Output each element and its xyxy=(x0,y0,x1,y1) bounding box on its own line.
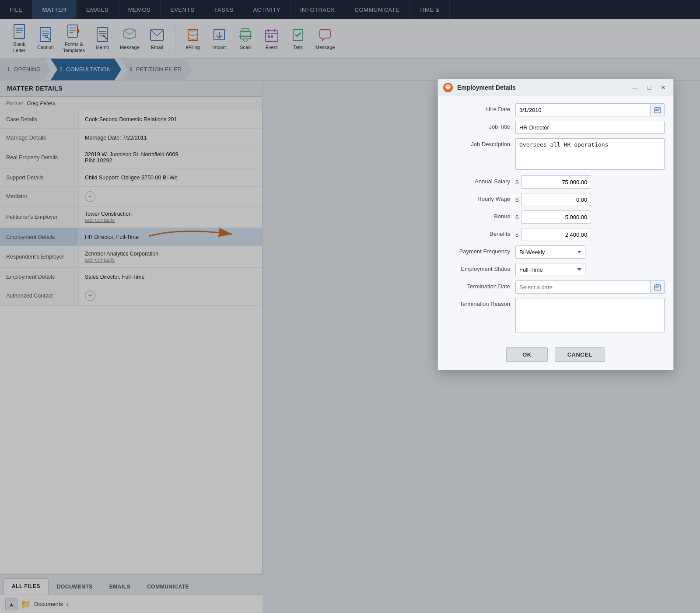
employment-status-select[interactable]: Full-Time Part-Time Contract Terminated xyxy=(515,263,585,276)
hourly-wage-label: Hourly Wage xyxy=(447,193,510,202)
modal-title: Employment Details xyxy=(457,84,626,91)
termination-date-calendar-btn[interactable] xyxy=(650,280,664,294)
termination-date-input[interactable] xyxy=(516,284,650,291)
annual-salary-symbol: $ xyxy=(515,179,518,186)
payment-frequency-label: Payment Frequency xyxy=(447,245,510,255)
hourly-wage-symbol: $ xyxy=(515,196,518,203)
job-desc-label: Job Description xyxy=(447,138,510,147)
hire-date-input[interactable] xyxy=(516,107,650,113)
job-title-label: Job Title xyxy=(447,121,510,130)
modal-overlay: Employment Details — □ ✕ Hire Date xyxy=(0,0,700,613)
benefits-control: $ xyxy=(515,228,665,241)
cancel-button[interactable]: CANCEL xyxy=(555,347,605,362)
modal-close-btn[interactable]: ✕ xyxy=(658,83,668,92)
job-desc-row: Job Description Oversees all HR operatio… xyxy=(447,138,665,171)
hourly-wage-control: $ xyxy=(515,193,665,206)
termination-reason-textarea[interactable] xyxy=(515,298,665,333)
job-title-input[interactable] xyxy=(515,121,665,134)
bonus-input[interactable] xyxy=(521,210,591,224)
modal-body: Hire Date xyxy=(438,96,673,341)
payment-frequency-control: Weekly Bi-Weekly Monthly Semi-Monthly xyxy=(515,245,665,259)
svg-rect-48 xyxy=(655,287,657,288)
benefits-input[interactable] xyxy=(521,228,591,241)
modal-maximize-btn[interactable]: □ xyxy=(644,83,654,92)
svg-rect-42 xyxy=(655,110,657,111)
termination-reason-row: Termination Reason xyxy=(447,298,665,334)
hire-date-input-wrapper xyxy=(515,103,665,116)
annual-salary-label: Annual Salary xyxy=(447,175,510,185)
termination-date-row: Termination Date xyxy=(447,280,665,294)
bonus-label: Bonus xyxy=(447,210,510,220)
job-title-row: Job Title xyxy=(447,121,665,134)
termination-reason-label: Termination Reason xyxy=(447,298,510,307)
modal-titlebar: Employment Details — □ ✕ xyxy=(438,79,673,96)
termination-date-control xyxy=(515,280,665,294)
ok-button[interactable]: OK xyxy=(506,347,548,362)
annual-salary-control: $ xyxy=(515,175,665,189)
job-title-control xyxy=(515,121,665,134)
modal-logo xyxy=(443,83,453,92)
benefits-symbol: $ xyxy=(515,231,518,238)
bonus-row: Bonus $ xyxy=(447,210,665,224)
annual-salary-input[interactable] xyxy=(521,175,591,189)
bonus-control: $ xyxy=(515,210,665,224)
benefits-row: Benefits $ xyxy=(447,228,665,241)
hire-date-label: Hire Date xyxy=(447,103,510,112)
svg-rect-43 xyxy=(657,110,658,111)
job-desc-textarea[interactable]: Oversees all HR operations xyxy=(515,138,665,170)
employment-details-modal: Employment Details — □ ✕ Hire Date xyxy=(438,79,674,370)
job-desc-control: Oversees all HR operations xyxy=(515,138,665,171)
benefits-label: Benefits xyxy=(447,228,510,237)
termination-reason-control xyxy=(515,298,665,334)
modal-footer: OK CANCEL xyxy=(438,341,673,370)
annual-salary-row: Annual Salary $ xyxy=(447,175,665,189)
hire-date-control xyxy=(515,103,665,116)
hire-date-calendar-btn[interactable] xyxy=(650,103,664,116)
svg-rect-49 xyxy=(657,287,658,288)
payment-frequency-row: Payment Frequency Weekly Bi-Weekly Month… xyxy=(447,245,665,259)
employment-status-row: Employment Status Full-Time Part-Time Co… xyxy=(447,263,665,276)
termination-date-input-wrapper xyxy=(515,280,665,294)
hourly-wage-input[interactable] xyxy=(521,193,591,206)
bonus-symbol: $ xyxy=(515,214,518,221)
employment-status-control: Full-Time Part-Time Contract Terminated xyxy=(515,263,665,276)
payment-frequency-select[interactable]: Weekly Bi-Weekly Monthly Semi-Monthly xyxy=(515,245,585,259)
hourly-wage-row: Hourly Wage $ xyxy=(447,193,665,206)
hire-date-row: Hire Date xyxy=(447,103,665,116)
termination-date-label: Termination Date xyxy=(447,280,510,290)
modal-minimize-btn[interactable]: — xyxy=(630,83,640,92)
employment-status-label: Employment Status xyxy=(447,263,510,272)
